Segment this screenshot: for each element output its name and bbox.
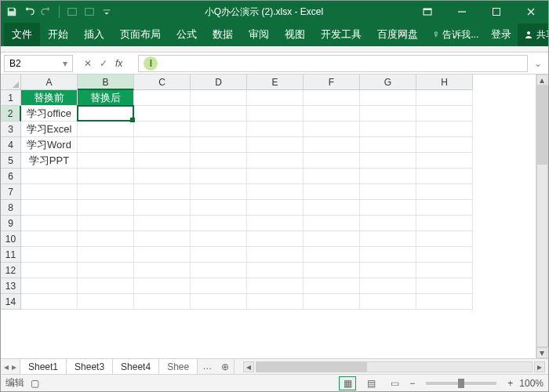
cell-A14[interactable]	[21, 294, 78, 310]
cell-D5[interactable]	[191, 153, 247, 169]
cell-C4[interactable]	[134, 137, 191, 153]
cell-E11[interactable]	[247, 247, 304, 263]
share-button[interactable]: 共享	[518, 24, 549, 46]
cell-H12[interactable]	[416, 263, 473, 278]
cell-B3[interactable]	[78, 122, 134, 137]
redo-icon[interactable]	[40, 5, 53, 18]
cell-C14[interactable]	[134, 294, 191, 310]
cell-G4[interactable]	[360, 137, 416, 153]
cell-F4[interactable]	[304, 137, 360, 153]
col-header[interactable]: F	[304, 74, 360, 90]
cell-A3[interactable]: 学习Excel	[21, 122, 78, 137]
maximize-icon[interactable]	[479, 1, 514, 23]
normal-view-icon[interactable]: ▦	[339, 376, 356, 390]
cell-D6[interactable]	[191, 169, 247, 184]
login-button[interactable]: 登录	[485, 23, 518, 46]
cell-B14[interactable]	[78, 294, 134, 310]
cell-E7[interactable]	[247, 184, 304, 200]
cell-G3[interactable]	[360, 122, 416, 137]
cell-E9[interactable]	[247, 216, 304, 231]
tab-4[interactable]: 数据	[205, 23, 241, 46]
cell-D10[interactable]	[191, 231, 247, 247]
save-icon[interactable]	[5, 5, 18, 18]
col-header[interactable]: H	[416, 74, 473, 90]
tab-0[interactable]: 开始	[40, 23, 76, 46]
tab-6[interactable]: 视图	[277, 23, 313, 46]
ribbon-options-icon[interactable]	[410, 1, 445, 23]
cell-G7[interactable]	[360, 184, 416, 200]
cell-E8[interactable]	[247, 200, 304, 216]
cell-C10[interactable]	[134, 231, 191, 247]
cell-F8[interactable]	[304, 200, 360, 216]
zoom-slider[interactable]	[426, 382, 496, 385]
cell-D3[interactable]	[191, 122, 247, 137]
tab-1[interactable]: 插入	[76, 23, 112, 46]
add-sheet-icon[interactable]: ⊕	[216, 359, 234, 374]
cell-B10[interactable]	[78, 231, 134, 247]
scroll-up-icon[interactable]: ▴	[536, 74, 547, 85]
cell-F13[interactable]	[304, 278, 360, 294]
col-header[interactable]: E	[247, 74, 304, 90]
cell-D7[interactable]	[191, 184, 247, 200]
cell-H5[interactable]	[416, 153, 473, 169]
col-header[interactable]: C	[134, 74, 191, 90]
row-header[interactable]: 1	[1, 90, 21, 106]
cell-D14[interactable]	[191, 294, 247, 310]
cell-F3[interactable]	[304, 122, 360, 137]
row-header[interactable]: 5	[1, 153, 21, 169]
cell-H8[interactable]	[416, 200, 473, 216]
cell-C11[interactable]	[134, 247, 191, 263]
fx-icon[interactable]: fx	[115, 58, 127, 69]
cell-H9[interactable]	[416, 216, 473, 231]
page-break-view-icon[interactable]: ▭	[386, 376, 403, 390]
qat-button-icon[interactable]	[66, 5, 78, 18]
macro-record-icon[interactable]: ▢	[31, 378, 39, 389]
formula-input[interactable]	[145, 58, 521, 69]
col-header[interactable]: A	[21, 74, 78, 90]
expand-formula-icon[interactable]: ⌄	[531, 58, 545, 69]
chevron-down-icon[interactable]: ▾	[63, 58, 67, 69]
cell-E6[interactable]	[247, 169, 304, 184]
row-header[interactable]: 4	[1, 137, 21, 153]
row-header[interactable]: 8	[1, 200, 21, 216]
tab-5[interactable]: 审阅	[241, 23, 277, 46]
horizontal-scrollbar[interactable]: ◂ ▸	[240, 359, 548, 374]
row-header[interactable]: 12	[1, 263, 21, 278]
cell-F12[interactable]	[304, 263, 360, 278]
cell-C13[interactable]	[134, 278, 191, 294]
tab-8[interactable]: 百度网盘	[369, 23, 426, 46]
row-header[interactable]: 9	[1, 216, 21, 231]
formula-input-container[interactable]: I	[138, 55, 528, 72]
cell-A9[interactable]	[21, 216, 78, 231]
cell-F14[interactable]	[304, 294, 360, 310]
row-header[interactable]: 13	[1, 278, 21, 294]
cell-E1[interactable]	[247, 90, 304, 106]
cell-C12[interactable]	[134, 263, 191, 278]
tab-2[interactable]: 页面布局	[112, 23, 169, 46]
name-box[interactable]: ▾	[4, 55, 73, 72]
cell-A4[interactable]: 学习Word	[21, 137, 78, 153]
cell-F9[interactable]	[304, 216, 360, 231]
cell-B6[interactable]	[78, 169, 134, 184]
cell-A11[interactable]	[21, 247, 78, 263]
cell-C9[interactable]	[134, 216, 191, 231]
enter-icon[interactable]: ✓	[100, 58, 107, 69]
tab-next-icon[interactable]: ▸	[12, 361, 16, 372]
row-header[interactable]: 14	[1, 294, 21, 310]
cell-C2[interactable]	[134, 106, 191, 122]
cell-A1[interactable]: 替换前	[21, 90, 78, 106]
cell-D8[interactable]	[191, 200, 247, 216]
cell-G8[interactable]	[360, 200, 416, 216]
name-box-input[interactable]	[9, 58, 56, 69]
sheet-tab[interactable]: Sheet1	[20, 358, 67, 374]
cell-G13[interactable]	[360, 278, 416, 294]
cell-D2[interactable]	[191, 106, 247, 122]
cell-A8[interactable]	[21, 200, 78, 216]
cell-B5[interactable]	[78, 153, 134, 169]
cell-F11[interactable]	[304, 247, 360, 263]
cell-H2[interactable]	[416, 106, 473, 122]
cell-A7[interactable]	[21, 184, 78, 200]
tab-3[interactable]: 公式	[169, 23, 205, 46]
spreadsheet-grid[interactable]: ABCDEFGH1替换前替换后2学习office3学习Excel4学习Word5…	[1, 74, 536, 310]
cell-E13[interactable]	[247, 278, 304, 294]
